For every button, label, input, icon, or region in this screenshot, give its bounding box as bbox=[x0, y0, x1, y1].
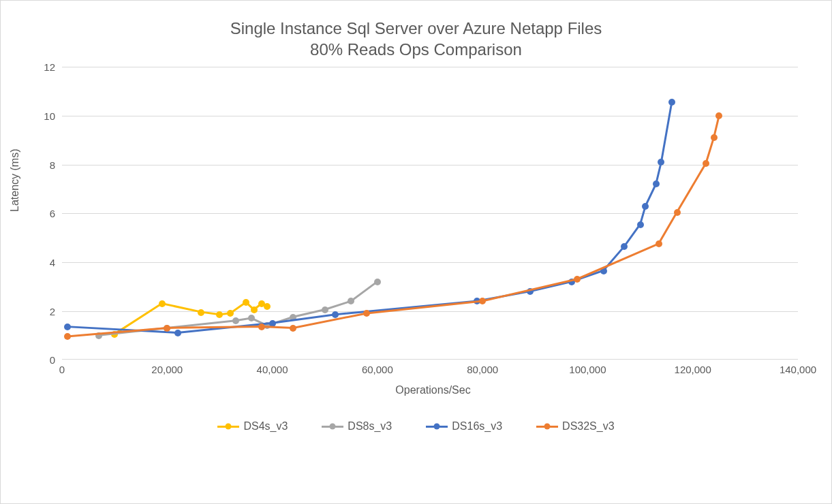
grid-line bbox=[62, 213, 798, 214]
y-axis-title: Latency (ms) bbox=[9, 149, 21, 212]
data-point bbox=[164, 325, 170, 332]
data-point bbox=[348, 298, 354, 304]
y-tick-label: 10 bbox=[44, 110, 62, 122]
data-point bbox=[374, 279, 381, 285]
grid-line bbox=[62, 67, 798, 67]
data-point bbox=[527, 288, 534, 295]
data-point bbox=[621, 243, 628, 250]
legend-label: DS16s_v3 bbox=[452, 420, 502, 432]
data-point bbox=[715, 112, 722, 119]
data-point bbox=[174, 330, 181, 336]
x-tick-label: 40,000 bbox=[257, 364, 288, 375]
data-point bbox=[703, 160, 709, 167]
data-point bbox=[243, 299, 249, 306]
legend-marker-icon bbox=[426, 426, 448, 428]
chart-title-line1: Single Instance Sql Server over Azure Ne… bbox=[230, 19, 602, 37]
legend-marker-icon bbox=[322, 426, 343, 428]
data-point bbox=[198, 309, 204, 316]
grid-line bbox=[62, 262, 798, 263]
legend-marker-icon bbox=[536, 426, 558, 428]
legend-item-DS32S_v3: DS32S_v3 bbox=[536, 420, 615, 432]
chart-title-line2: 80% Reads Ops Comparison bbox=[310, 40, 522, 59]
legend-item-DS16s_v3: DS16s_v3 bbox=[426, 420, 502, 432]
data-point bbox=[642, 203, 649, 210]
plot-area: 024681012 bbox=[62, 67, 798, 360]
data-point bbox=[363, 310, 370, 317]
x-tick-label: 60,000 bbox=[362, 364, 393, 375]
data-point bbox=[264, 303, 271, 310]
data-point bbox=[711, 134, 718, 141]
y-tick-label: 8 bbox=[50, 159, 62, 170]
legend-label: DS8s_v3 bbox=[348, 420, 392, 432]
data-point bbox=[227, 310, 234, 317]
data-point bbox=[251, 306, 258, 313]
data-point bbox=[64, 333, 71, 340]
data-point bbox=[111, 331, 118, 338]
legend: DS4s_v3DS8s_v3DS16s_v3DS32S_v3 bbox=[14, 420, 818, 432]
data-point bbox=[216, 311, 223, 318]
data-point bbox=[232, 317, 239, 324]
data-point bbox=[656, 240, 662, 247]
data-point bbox=[322, 306, 328, 313]
x-tick-label: 80,000 bbox=[467, 364, 498, 375]
y-tick-label: 2 bbox=[50, 305, 62, 317]
legend-marker-icon bbox=[217, 426, 239, 428]
data-point bbox=[248, 315, 255, 321]
x-tick-label: 0 bbox=[59, 364, 65, 375]
data-point bbox=[332, 311, 339, 318]
legend-label: DS32S_v3 bbox=[562, 420, 615, 432]
x-axis-title: Operations/Sec bbox=[62, 384, 804, 396]
data-point bbox=[290, 314, 296, 321]
data-point bbox=[479, 298, 486, 304]
data-point bbox=[668, 99, 675, 106]
chart-title: Single Instance Sql Server over Azure Ne… bbox=[14, 18, 818, 60]
data-point bbox=[658, 159, 664, 166]
data-point bbox=[574, 276, 581, 283]
data-point bbox=[64, 324, 71, 330]
legend-item-DS8s_v3: DS8s_v3 bbox=[322, 420, 392, 432]
y-tick-label: 6 bbox=[50, 208, 62, 219]
x-ticks: 020,00040,00060,00080,000100,000120,0001… bbox=[62, 360, 798, 376]
data-point bbox=[95, 332, 102, 339]
data-point bbox=[258, 324, 265, 330]
x-tick-label: 20,000 bbox=[151, 364, 183, 375]
data-point bbox=[674, 209, 681, 216]
grid-line bbox=[62, 311, 798, 312]
data-point bbox=[290, 325, 296, 332]
legend-item-DS4s_v3: DS4s_v3 bbox=[217, 420, 288, 432]
plot-wrap: 024681012 020,00040,00060,00080,000100,0… bbox=[62, 67, 804, 396]
data-point bbox=[637, 221, 644, 228]
grid-line bbox=[62, 116, 798, 116]
x-tick-label: 120,000 bbox=[675, 364, 711, 375]
data-point bbox=[269, 320, 276, 327]
data-point bbox=[159, 300, 166, 307]
x-tick-label: 140,000 bbox=[780, 364, 816, 375]
y-tick-label: 12 bbox=[44, 61, 62, 73]
x-tick-label: 100,000 bbox=[569, 364, 606, 375]
data-point bbox=[653, 180, 660, 187]
data-point bbox=[600, 268, 607, 274]
legend-label: DS4s_v3 bbox=[243, 420, 288, 432]
chart-container: Single Instance Sql Server over Azure Ne… bbox=[0, 0, 832, 504]
grid-line bbox=[62, 165, 798, 166]
y-tick-label: 4 bbox=[50, 257, 62, 268]
